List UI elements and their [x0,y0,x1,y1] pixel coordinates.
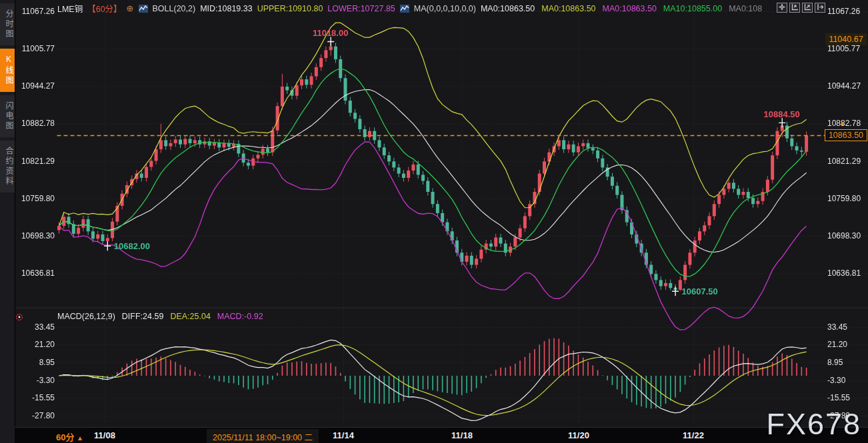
sidebar-tab-3[interactable]: 闪电图 [0,95,15,137]
axis-tick-label: 10636.81 [16,268,55,278]
axis-tick-label: 11005.77 [16,44,55,53]
crosshair-tool-icon [778,3,786,13]
symbol-name: LME铜 [57,2,83,15]
macd-header: MACD(26,12,9) DIFF:24.59 DEA:25.04 MACD:… [57,312,263,321]
boll-mid-value: MID:10819.33 [200,4,253,13]
time-axis-bar: 60分 ▲ 11/0811/1411/1811/2011/22 2025/11/… [15,427,868,443]
sidebar-tab-2[interactable]: K线图 [0,49,15,92]
axis-tick-label: 10944.27 [827,81,867,91]
toolbar-button-pan-right[interactable] [815,3,825,13]
macd-diff-value: DIFF:24.59 [122,312,164,321]
date-label: 11/08 [94,430,115,440]
period-label: 60分 [56,432,74,442]
boll-lower-value: LOWER:10727.85 [327,4,395,13]
settings-icon[interactable]: ⊕ [127,3,134,13]
ma-value-1: MA0:10863.50 [481,4,535,13]
price-annotation: 10884.50 [764,109,800,119]
axis-tick-label: 10821.29 [16,157,55,166]
toolbar-button-y-axis-scale[interactable] [789,3,800,13]
sidebar-tab-1[interactable]: 分时图 [0,3,15,45]
axis-tick-label: 10698.30 [16,231,55,240]
macd-macd-value: MACD:-0.92 [217,312,263,321]
axis-tick-label: 8.95 [827,358,867,367]
trading-app-window: 分时图K线图闪电图合约资料 LME铜 【60分】 ⊕ BOLL(20,2) MI… [0,0,868,443]
period-selector[interactable]: 60分 ▲ [56,430,83,443]
watermark: FX678 [766,407,861,442]
axis-tick-label: -15.55 [827,393,867,402]
boll-indicator-icon[interactable] [139,5,148,13]
y-axis-scale-icon [791,3,799,13]
axis-tick-label: 10636.81 [827,268,867,278]
axis-tick-label: -3.30 [827,376,867,385]
axis-tick-label: 10698.30 [827,231,867,240]
toolbar-button-x-axis-scale[interactable] [802,3,813,13]
date-label: 11/22 [683,430,704,440]
ma-indicator-icon[interactable] [400,5,409,13]
ma-values: MA0:10863.50MA0:10863.50MA0:10863.50MA10… [481,4,762,13]
axis-tick-label: 10759.80 [827,194,867,203]
indicator-header: LME铜 【60分】 ⊕ BOLL(20,2) MID:10819.33 UPP… [57,2,762,15]
axis-tick-label: 33.45 [827,322,867,332]
axis-tick-label: 10882.78 [827,119,867,128]
axis-tick-label: 11067.26 [16,7,55,16]
axis-tick-label: 8.95 [16,358,55,367]
axis-tick-label: 10944.27 [16,81,55,91]
axis-tick-label: 10882.78 [16,119,55,128]
ma-value-5: MA0:108 [729,4,762,13]
macd-label: MACD(26,12,9) [57,312,115,321]
hovered-candle-time: 2025/11/11 18:00~19:00 二 [207,429,319,443]
date-label: 11/14 [333,430,354,440]
boll-upper-value: UPPER:10910.80 [257,4,323,13]
pan-right-icon [816,3,824,13]
session-high-tag: 11040.67 [825,33,867,45]
ma-label: MA(0,0,0,10,0,0) [414,4,476,13]
ma-value-4: MA10:10855.00 [663,4,722,13]
chart-canvas[interactable] [0,0,868,443]
price-annotation: 11018.00 [313,28,349,38]
toolbar-button-crosshair-tool[interactable] [777,3,787,13]
macd-settings-icon[interactable] [15,312,23,324]
axis-tick-label: 11005.77 [827,44,867,53]
sidebar-tab-4[interactable]: 合约资料 [0,141,15,193]
chart-toolbar [777,3,825,13]
macd-dea-value: DEA:25.04 [170,312,210,321]
axis-tick-label: -3.30 [16,376,55,385]
boll-label: BOLL(20,2) [153,4,196,13]
last-price-tag: 10863.50 [825,129,867,141]
price-annotation: 10607.50 [682,286,718,296]
axis-tick-label: 11067.26 [827,7,867,16]
period-tag[interactable]: 【60分】 [87,2,121,15]
period-arrow-icon: ▲ [77,434,83,442]
date-label: 11/20 [568,430,589,440]
sidebar: 分时图K线图闪电图合约资料 [0,0,15,443]
price-up-arrow-icon: ▲ [839,120,845,127]
price-annotation: 10682.00 [114,241,150,251]
axis-tick-label: 21.20 [16,340,55,349]
date-label: 11/18 [451,430,473,440]
axis-tick-label: -15.55 [16,393,55,402]
x-axis-scale-icon [803,3,811,13]
ma-value-3: MA0:10863.50 [603,4,657,13]
axis-tick-label: 10759.80 [16,194,55,203]
ma-value-2: MA0:10863.50 [541,4,595,13]
axis-tick-label: -27.80 [16,411,55,420]
axis-tick-label: 21.20 [827,340,867,349]
axis-tick-label: 10821.29 [827,157,867,166]
